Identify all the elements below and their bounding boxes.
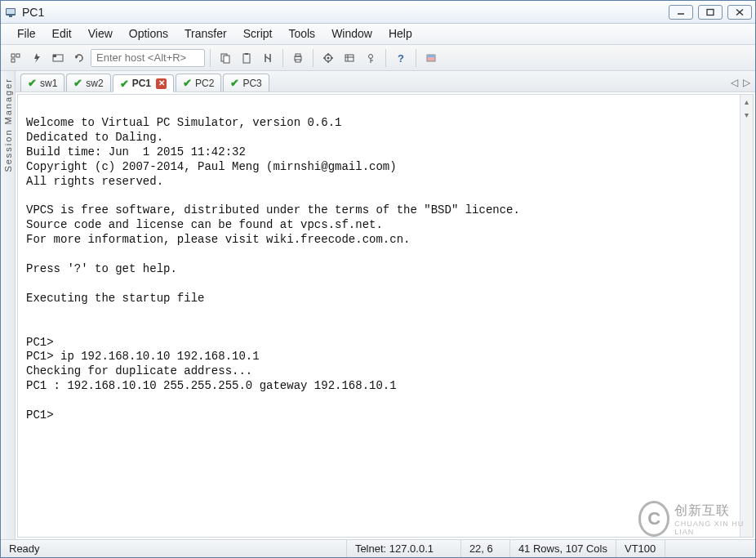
copy-icon[interactable]: [216, 48, 235, 68]
menu-bar: File Edit View Options Transfer Script T…: [1, 24, 755, 45]
status-cursor: 22, 6: [461, 540, 510, 557]
menu-help[interactable]: Help: [380, 24, 420, 44]
check-icon: ✔: [28, 77, 37, 89]
session-manager-icon[interactable]: [6, 48, 25, 68]
toolbar-extra-icon[interactable]: [421, 48, 441, 68]
quick-connect-icon[interactable]: [27, 48, 47, 68]
menu-script[interactable]: Script: [235, 24, 281, 44]
svg-rect-2: [9, 16, 12, 17]
svg-rect-1: [7, 9, 15, 14]
maximize-button[interactable]: [698, 5, 723, 20]
menu-edit[interactable]: Edit: [44, 24, 80, 44]
svg-rect-11: [53, 55, 56, 57]
toolbar: ?: [1, 45, 755, 71]
status-empty: [665, 540, 755, 557]
scroll-up-icon[interactable]: ▴: [740, 95, 753, 108]
menu-window[interactable]: Window: [323, 24, 380, 44]
title-bar: PC1: [1, 1, 755, 24]
svg-rect-33: [427, 55, 435, 57]
svg-rect-9: [11, 59, 15, 62]
svg-rect-14: [243, 54, 250, 63]
tab-pc3[interactable]: ✔ PC3: [223, 74, 269, 92]
check-icon: ✔: [183, 77, 192, 89]
svg-text:?: ?: [398, 52, 404, 64]
menu-transfer[interactable]: Transfer: [176, 24, 235, 44]
status-termtype: VT100: [616, 540, 665, 557]
tab-close-icon[interactable]: ✕: [156, 78, 167, 89]
session-manager-label: Session Manager: [3, 78, 13, 172]
connect-in-tab-icon[interactable]: [48, 48, 68, 68]
terminal-frame: Welcome to Virtual PC Simulator, version…: [17, 94, 754, 538]
session-options-icon[interactable]: [318, 48, 338, 68]
scroll-down-icon[interactable]: ▾: [740, 108, 753, 121]
menu-file[interactable]: File: [9, 24, 44, 44]
svg-rect-4: [707, 9, 714, 15]
status-size: 41 Rows, 107 Cols: [510, 540, 616, 557]
app-window: PC1 File Edit View Options Transfer Scri…: [0, 0, 756, 558]
check-icon: ✔: [120, 78, 129, 90]
menu-options[interactable]: Options: [121, 24, 176, 44]
tab-nav: ◁ ▷: [731, 77, 750, 88]
svg-point-28: [369, 54, 373, 58]
app-icon: [4, 6, 17, 19]
body: Session Manager ✔ sw1 ✔ sw2 ✔ PC1 ✕: [1, 71, 755, 539]
help-icon[interactable]: ?: [391, 48, 411, 68]
terminal[interactable]: Welcome to Virtual PC Simulator, version…: [18, 95, 740, 537]
find-icon[interactable]: [258, 48, 278, 68]
svg-rect-17: [296, 54, 300, 56]
menu-tools[interactable]: Tools: [280, 24, 323, 44]
menu-view[interactable]: View: [80, 24, 121, 44]
svg-rect-18: [296, 60, 300, 62]
scrollbar[interactable]: ▴ ▾: [740, 95, 753, 537]
minimize-button[interactable]: [669, 5, 693, 20]
svg-rect-13: [224, 56, 229, 63]
svg-point-20: [327, 56, 330, 59]
reconnect-icon[interactable]: [69, 48, 89, 68]
status-ready: Ready: [1, 540, 347, 557]
tab-label: sw2: [86, 78, 103, 89]
paste-icon[interactable]: [237, 48, 256, 68]
keymap-icon[interactable]: [361, 48, 380, 68]
tab-label: PC3: [242, 78, 261, 89]
tab-label: sw1: [40, 78, 57, 89]
svg-rect-25: [345, 55, 354, 61]
host-input[interactable]: [91, 49, 205, 67]
tab-label: PC1: [132, 78, 151, 89]
session-manager-panel[interactable]: Session Manager: [1, 71, 16, 539]
global-options-icon[interactable]: [340, 48, 359, 68]
tab-sw2[interactable]: ✔ sw2: [66, 74, 110, 92]
close-button[interactable]: [727, 5, 752, 20]
tab-prev-icon[interactable]: ◁: [731, 77, 738, 88]
status-bar: Ready Telnet: 127.0.0.1 22, 6 41 Rows, 1…: [1, 539, 755, 557]
status-connection: Telnet: 127.0.0.1: [347, 540, 461, 557]
check-icon: ✔: [73, 77, 82, 89]
tab-next-icon[interactable]: ▷: [743, 77, 750, 88]
tab-pc2[interactable]: ✔ PC2: [176, 74, 221, 92]
tab-label: PC2: [195, 78, 214, 89]
window-title: PC1: [22, 6, 44, 19]
tab-sw1[interactable]: ✔ sw1: [20, 74, 64, 92]
tab-pc1[interactable]: ✔ PC1 ✕: [113, 74, 174, 92]
check-icon: ✔: [230, 77, 239, 89]
svg-rect-7: [11, 54, 15, 57]
svg-rect-15: [245, 53, 248, 55]
svg-rect-8: [16, 54, 20, 57]
print-icon[interactable]: [288, 48, 308, 68]
tab-bar: ✔ sw1 ✔ sw2 ✔ PC1 ✕ ✔ PC2 ✔: [16, 71, 755, 92]
